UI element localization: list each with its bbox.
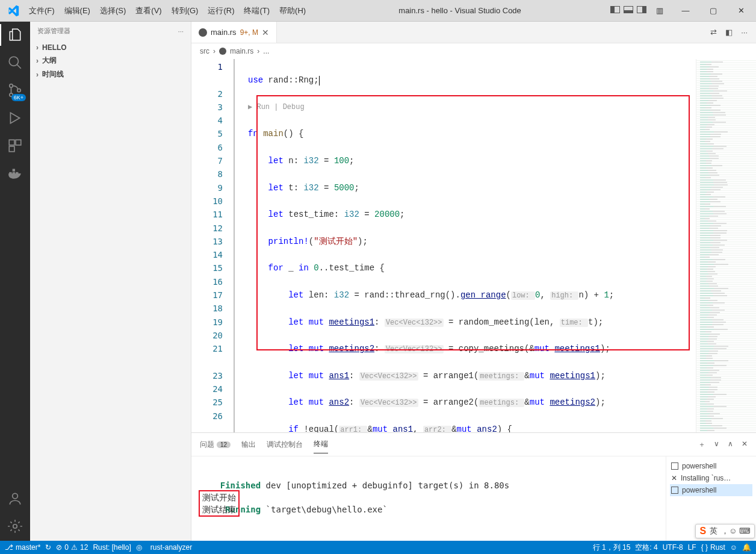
svg-point-3: [17, 89, 20, 92]
sidebar-title: 资源管理器: [37, 26, 70, 36]
terminal-item[interactable]: ✕Installing `rus…: [670, 472, 752, 484]
svg-rect-10: [13, 169, 15, 171]
svg-rect-4: [9, 140, 14, 145]
breadcrumbs[interactable]: src › main.rs › ...: [191, 43, 756, 59]
highlight-box: [256, 95, 690, 350]
toggle-secondary-icon[interactable]: [637, 6, 646, 13]
tools-icon: ✕: [671, 474, 677, 482]
vscode-logo-icon: [7, 5, 19, 17]
breadcrumb-file[interactable]: main.rs: [230, 47, 253, 55]
layout-controls: ▥: [610, 6, 663, 15]
panel-tab-terminal[interactable]: 终端: [314, 435, 328, 453]
panel-tab-problems[interactable]: 问题12: [200, 436, 231, 453]
tab-close-icon[interactable]: ✕: [262, 28, 269, 37]
toggle-panel-icon[interactable]: [624, 6, 633, 13]
menu-terminal[interactable]: 终端(T): [240, 3, 273, 19]
broadcast-icon[interactable]: ◎: [136, 543, 142, 552]
breadcrumb-folder[interactable]: src: [200, 47, 209, 55]
svg-rect-6: [9, 146, 14, 152]
editor[interactable]: 1 2 3 4 5 6 7 8 9 10 11 12 13 14 15 16 1…: [191, 59, 756, 432]
svg-point-11: [13, 493, 18, 499]
rust-file-icon: [219, 48, 226, 55]
bell-icon[interactable]: 🔔: [742, 543, 751, 552]
output-highlight-box: 测试开始测试结束: [199, 490, 240, 517]
minimize-icon[interactable]: —: [675, 6, 696, 15]
menu-go[interactable]: 转到(G): [168, 3, 202, 19]
menu-run[interactable]: 运行(R): [204, 3, 238, 19]
activitybar: 6K+: [0, 22, 30, 541]
close-panel-icon[interactable]: ✕: [742, 440, 748, 450]
terminal-list: powershell ✕Installing `rus… powershell: [666, 456, 756, 554]
menu-file[interactable]: 文件(F): [25, 3, 58, 19]
breadcrumb-more[interactable]: ...: [263, 47, 269, 55]
svg-point-0: [9, 57, 18, 66]
scm-badge: 6K+: [11, 94, 26, 101]
docker-icon[interactable]: [7, 165, 23, 182]
sidebar-section-outline[interactable]: ›大纲: [30, 54, 191, 67]
rust-file-icon: [199, 28, 207, 37]
menu-edit[interactable]: 编辑(E): [61, 3, 94, 19]
sogou-icon: S: [699, 526, 706, 537]
close-icon[interactable]: ✕: [731, 6, 751, 15]
ime-indicator[interactable]: S 英，☺ ⌨: [695, 524, 755, 538]
svg-point-12: [13, 524, 17, 529]
toggle-sidebar-icon[interactable]: [610, 6, 620, 13]
titlebar: 文件(F) 编辑(E) 选择(S) 查看(V) 转到(G) 运行(R) 终端(T…: [0, 0, 756, 22]
rust-analyzer-status[interactable]: rust-analyzer: [150, 543, 192, 552]
menubar: 文件(F) 编辑(E) 选择(S) 查看(V) 转到(G) 运行(R) 终端(T…: [25, 3, 309, 19]
extensions-icon[interactable]: [7, 137, 23, 154]
tab-main-rs[interactable]: main.rs 9+, M ✕: [191, 22, 277, 43]
language-status[interactable]: { } Rust: [701, 543, 725, 552]
new-terminal-icon[interactable]: ＋: [698, 440, 705, 450]
window-controls: — ▢ ✕: [675, 6, 751, 15]
feedback-icon[interactable]: ☺: [730, 543, 737, 552]
terminal-icon: [671, 487, 678, 494]
terminal[interactable]: Finished dev [unoptimized + debuginfo] t…: [191, 456, 666, 554]
account-icon[interactable]: [7, 490, 23, 507]
maximize-panel-icon[interactable]: ∧: [728, 440, 733, 450]
svg-rect-5: [16, 140, 21, 145]
sidebar: 资源管理器 ··· ›HELLO ›大纲 ›时间线: [30, 22, 191, 541]
split-editor-icon[interactable]: ◧: [725, 28, 733, 37]
tab-label: main.rs: [211, 28, 237, 37]
sidebar-more-icon[interactable]: ···: [178, 28, 184, 35]
window-title: main.rs - hello - Visual Studio Code: [309, 6, 610, 15]
explorer-icon[interactable]: [7, 26, 23, 43]
editor-area: main.rs 9+, M ✕ ⇄ ◧ ··· src › main.rs › …: [191, 22, 756, 541]
svg-point-1: [10, 84, 13, 87]
sync-status[interactable]: ↻: [45, 543, 51, 552]
code-content[interactable]: use rand::Rng; ▶ Run | Debug fn main() {…: [240, 59, 696, 432]
errors-status[interactable]: ⊘ 0 ⚠ 12: [56, 543, 88, 552]
source-control-icon[interactable]: 6K+: [7, 82, 23, 99]
tab-dirty-indicator: 9+, M: [240, 28, 258, 37]
terminal-item[interactable]: powershell: [670, 484, 752, 496]
menu-help[interactable]: 帮助(H): [276, 3, 309, 19]
terminal-icon: [671, 462, 678, 470]
rust-project-status[interactable]: Rust: [hello]: [93, 543, 131, 552]
terminal-dropdown-icon[interactable]: ∨: [714, 440, 719, 450]
menu-view[interactable]: 查看(V): [132, 3, 165, 19]
sidebar-section-hello[interactable]: ›HELLO: [30, 42, 191, 54]
run-debug-icon[interactable]: [7, 110, 23, 126]
panel-tab-output[interactable]: 输出: [241, 436, 256, 453]
compare-icon[interactable]: ⇄: [710, 28, 717, 37]
terminal-item[interactable]: powershell: [670, 460, 752, 472]
sidebar-section-timeline[interactable]: ›时间线: [30, 67, 191, 81]
panel: 问题12 输出 调试控制台 终端 ＋ ∨ ∧ ✕ Finished dev [u…: [191, 432, 756, 541]
panel-tab-debug[interactable]: 调试控制台: [267, 436, 303, 453]
search-icon[interactable]: [7, 54, 23, 71]
tab-more-icon[interactable]: ···: [741, 28, 748, 37]
menu-select[interactable]: 选择(S): [96, 3, 129, 19]
line-gutter: 1 2 3 4 5 6 7 8 9 10 11 12 13 14 15 16 1…: [191, 59, 235, 432]
customize-layout-icon[interactable]: ▥: [656, 6, 663, 15]
maximize-icon[interactable]: ▢: [703, 6, 723, 15]
eol-status[interactable]: LF: [688, 543, 696, 552]
minimap[interactable]: [696, 59, 756, 432]
tabbar: main.rs 9+, M ✕ ⇄ ◧ ···: [191, 22, 756, 43]
settings-icon[interactable]: [7, 518, 23, 535]
branch-status[interactable]: ⎇ master*: [5, 543, 40, 552]
